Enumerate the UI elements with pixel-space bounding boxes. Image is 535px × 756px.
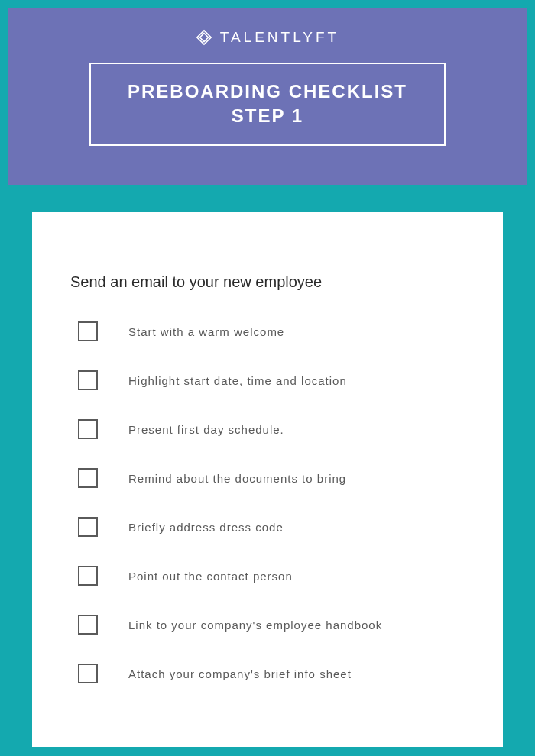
brand-diamond-icon [196, 29, 212, 46]
item-label: Remind about the documents to bring [128, 472, 346, 485]
checkbox[interactable] [78, 321, 98, 341]
content-card: Send an email to your new employee Start… [32, 212, 503, 747]
header-banner: TALENTLYFT PREBOARDING CHECKLIST STEP 1 [8, 8, 527, 185]
title-line-1: PREBOARDING CHECKLIST [128, 79, 407, 104]
checkbox[interactable] [78, 615, 98, 635]
list-item: Attach your company's brief info sheet [70, 664, 465, 683]
item-label: Briefly address dress code [128, 521, 284, 534]
checkbox[interactable] [78, 370, 98, 390]
item-label: Start with a warm welcome [128, 325, 284, 338]
item-label: Highlight start date, time and location [128, 374, 347, 387]
list-item: Start with a warm welcome [70, 321, 465, 341]
brand-name: TALENTLYFT [220, 29, 339, 46]
logo-row: TALENTLYFT [196, 29, 339, 46]
item-label: Link to your company's employee handbook [128, 619, 382, 632]
list-item: Present first day schedule. [70, 419, 465, 439]
checkbox[interactable] [78, 664, 98, 683]
checkbox[interactable] [78, 566, 98, 586]
list-item: Highlight start date, time and location [70, 370, 465, 390]
list-item: Remind about the documents to bring [70, 468, 465, 488]
item-label: Attach your company's brief info sheet [128, 667, 352, 680]
checkbox[interactable] [78, 468, 98, 488]
list-item: Link to your company's employee handbook [70, 615, 465, 635]
item-label: Present first day schedule. [128, 423, 284, 436]
title-box: PREBOARDING CHECKLIST STEP 1 [89, 63, 446, 146]
checkbox[interactable] [78, 517, 98, 537]
section-heading: Send an email to your new employee [70, 273, 465, 291]
title-line-2: STEP 1 [128, 104, 407, 128]
list-item: Briefly address dress code [70, 517, 465, 537]
list-item: Point out the contact person [70, 566, 465, 586]
checkbox[interactable] [78, 419, 98, 439]
item-label: Point out the contact person [128, 570, 293, 583]
